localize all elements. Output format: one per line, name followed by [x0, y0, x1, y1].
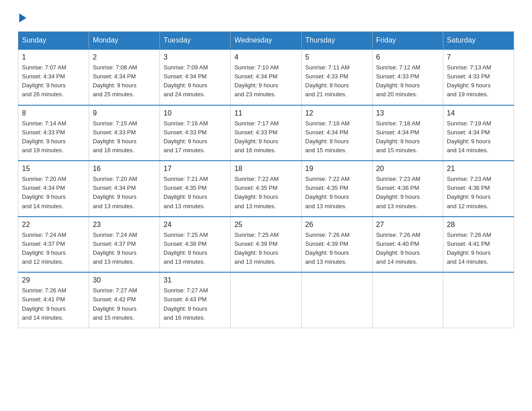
- calendar-header-monday: Monday: [89, 32, 160, 50]
- calendar-day-cell: 25 Sunrise: 7:25 AM Sunset: 4:39 PM Dayl…: [231, 217, 301, 273]
- day-number: 7: [447, 53, 510, 61]
- day-number: 12: [305, 109, 369, 117]
- day-info: Sunrise: 7:25 AM Sunset: 4:39 PM Dayligh…: [234, 231, 297, 267]
- day-info: Sunrise: 7:26 AM Sunset: 4:41 PM Dayligh…: [447, 231, 510, 267]
- page-header: [18, 13, 514, 21]
- calendar-day-cell: 3 Sunrise: 7:09 AM Sunset: 4:34 PM Dayli…: [160, 49, 231, 105]
- calendar-day-cell: 16 Sunrise: 7:20 AM Sunset: 4:34 PM Dayl…: [89, 161, 160, 217]
- calendar-day-cell: 12 Sunrise: 7:18 AM Sunset: 4:34 PM Dayl…: [301, 105, 372, 161]
- day-number: 11: [234, 109, 297, 117]
- day-info: Sunrise: 7:07 AM Sunset: 4:34 PM Dayligh…: [22, 63, 85, 99]
- day-number: 4: [234, 53, 297, 61]
- day-info: Sunrise: 7:17 AM Sunset: 4:33 PM Dayligh…: [234, 119, 297, 155]
- calendar-day-cell: 23 Sunrise: 7:24 AM Sunset: 4:37 PM Dayl…: [89, 217, 160, 273]
- day-info: Sunrise: 7:24 AM Sunset: 4:37 PM Dayligh…: [93, 231, 156, 267]
- calendar-header-row: SundayMondayTuesdayWednesdayThursdayFrid…: [18, 32, 514, 50]
- day-number: 5: [305, 53, 369, 61]
- day-number: 6: [376, 53, 439, 61]
- calendar-week-row: 22 Sunrise: 7:24 AM Sunset: 4:37 PM Dayl…: [18, 217, 514, 273]
- day-info: Sunrise: 7:26 AM Sunset: 4:41 PM Dayligh…: [22, 286, 85, 322]
- calendar-day-cell: 17 Sunrise: 7:21 AM Sunset: 4:35 PM Dayl…: [160, 161, 231, 217]
- calendar-day-cell: 8 Sunrise: 7:14 AM Sunset: 4:33 PM Dayli…: [18, 105, 89, 161]
- calendar-day-cell: 9 Sunrise: 7:15 AM Sunset: 4:33 PM Dayli…: [89, 105, 160, 161]
- calendar-header-saturday: Saturday: [443, 32, 514, 50]
- day-number: 22: [22, 221, 85, 229]
- day-number: 23: [93, 221, 156, 229]
- day-number: 31: [163, 276, 227, 284]
- day-number: 18: [234, 165, 297, 173]
- day-info: Sunrise: 7:14 AM Sunset: 4:33 PM Dayligh…: [22, 119, 85, 155]
- day-info: Sunrise: 7:16 AM Sunset: 4:33 PM Dayligh…: [163, 119, 227, 155]
- day-info: Sunrise: 7:23 AM Sunset: 4:36 PM Dayligh…: [447, 175, 510, 211]
- calendar-header-friday: Friday: [372, 32, 443, 50]
- calendar-week-row: 8 Sunrise: 7:14 AM Sunset: 4:33 PM Dayli…: [18, 105, 514, 161]
- day-info: Sunrise: 7:21 AM Sunset: 4:35 PM Dayligh…: [163, 175, 227, 211]
- calendar-day-cell: 20 Sunrise: 7:23 AM Sunset: 4:36 PM Dayl…: [372, 161, 443, 217]
- day-number: 13: [376, 109, 439, 117]
- day-info: Sunrise: 7:19 AM Sunset: 4:34 PM Dayligh…: [447, 119, 510, 155]
- calendar-day-cell: 10 Sunrise: 7:16 AM Sunset: 4:33 PM Dayl…: [160, 105, 231, 161]
- day-number: 29: [22, 276, 85, 284]
- calendar-week-row: 1 Sunrise: 7:07 AM Sunset: 4:34 PM Dayli…: [18, 49, 514, 105]
- calendar-header-thursday: Thursday: [301, 32, 372, 50]
- day-number: 27: [376, 221, 439, 229]
- logo-line1: [18, 13, 26, 22]
- day-number: 20: [376, 165, 439, 173]
- day-number: 19: [305, 165, 369, 173]
- day-number: 30: [93, 276, 156, 284]
- calendar-week-row: 29 Sunrise: 7:26 AM Sunset: 4:41 PM Dayl…: [18, 272, 514, 328]
- day-info: Sunrise: 7:26 AM Sunset: 4:40 PM Dayligh…: [376, 231, 439, 267]
- calendar-day-cell: [301, 272, 372, 328]
- calendar-day-cell: 5 Sunrise: 7:11 AM Sunset: 4:33 PM Dayli…: [301, 49, 372, 105]
- day-number: 28: [447, 221, 510, 229]
- calendar-header-tuesday: Tuesday: [160, 32, 231, 50]
- calendar-day-cell: 28 Sunrise: 7:26 AM Sunset: 4:41 PM Dayl…: [443, 217, 514, 273]
- day-info: Sunrise: 7:27 AM Sunset: 4:43 PM Dayligh…: [163, 286, 227, 322]
- day-number: 1: [22, 53, 85, 61]
- calendar-day-cell: 24 Sunrise: 7:25 AM Sunset: 4:38 PM Dayl…: [160, 217, 231, 273]
- day-info: Sunrise: 7:25 AM Sunset: 4:38 PM Dayligh…: [163, 231, 227, 267]
- calendar-day-cell: 13 Sunrise: 7:18 AM Sunset: 4:34 PM Dayl…: [372, 105, 443, 161]
- day-number: 9: [93, 109, 156, 117]
- calendar-day-cell: 30 Sunrise: 7:27 AM Sunset: 4:42 PM Dayl…: [89, 272, 160, 328]
- day-info: Sunrise: 7:22 AM Sunset: 4:35 PM Dayligh…: [305, 175, 369, 211]
- calendar-day-cell: 14 Sunrise: 7:19 AM Sunset: 4:34 PM Dayl…: [443, 105, 514, 161]
- day-info: Sunrise: 7:20 AM Sunset: 4:34 PM Dayligh…: [22, 175, 85, 211]
- calendar-day-cell: 29 Sunrise: 7:26 AM Sunset: 4:41 PM Dayl…: [18, 272, 89, 328]
- day-number: 25: [234, 221, 297, 229]
- calendar-day-cell: [443, 272, 514, 328]
- day-info: Sunrise: 7:18 AM Sunset: 4:34 PM Dayligh…: [376, 119, 439, 155]
- calendar-day-cell: 27 Sunrise: 7:26 AM Sunset: 4:40 PM Dayl…: [372, 217, 443, 273]
- day-info: Sunrise: 7:24 AM Sunset: 4:37 PM Dayligh…: [22, 231, 85, 267]
- calendar-header-wednesday: Wednesday: [231, 32, 301, 50]
- day-info: Sunrise: 7:15 AM Sunset: 4:33 PM Dayligh…: [93, 119, 156, 155]
- calendar-day-cell: 15 Sunrise: 7:20 AM Sunset: 4:34 PM Dayl…: [18, 161, 89, 217]
- day-number: 8: [22, 109, 85, 117]
- calendar-day-cell: [372, 272, 443, 328]
- day-number: 2: [93, 53, 156, 61]
- day-info: Sunrise: 7:13 AM Sunset: 4:33 PM Dayligh…: [447, 63, 510, 99]
- day-number: 21: [447, 165, 510, 173]
- day-info: Sunrise: 7:10 AM Sunset: 4:34 PM Dayligh…: [234, 63, 297, 99]
- day-number: 3: [163, 53, 227, 61]
- day-info: Sunrise: 7:23 AM Sunset: 4:36 PM Dayligh…: [376, 175, 439, 211]
- calendar-day-cell: 1 Sunrise: 7:07 AM Sunset: 4:34 PM Dayli…: [18, 49, 89, 105]
- day-number: 10: [163, 109, 227, 117]
- day-info: Sunrise: 7:12 AM Sunset: 4:33 PM Dayligh…: [376, 63, 439, 99]
- calendar-table: SundayMondayTuesdayWednesdayThursdayFrid…: [18, 31, 514, 328]
- calendar-day-cell: 2 Sunrise: 7:08 AM Sunset: 4:34 PM Dayli…: [89, 49, 160, 105]
- day-number: 24: [163, 221, 227, 229]
- calendar-day-cell: 22 Sunrise: 7:24 AM Sunset: 4:37 PM Dayl…: [18, 217, 89, 273]
- day-number: 17: [163, 165, 227, 173]
- calendar-day-cell: 21 Sunrise: 7:23 AM Sunset: 4:36 PM Dayl…: [443, 161, 514, 217]
- day-number: 15: [22, 165, 85, 173]
- day-number: 14: [447, 109, 510, 117]
- calendar-day-cell: 4 Sunrise: 7:10 AM Sunset: 4:34 PM Dayli…: [231, 49, 301, 105]
- day-info: Sunrise: 7:27 AM Sunset: 4:42 PM Dayligh…: [93, 286, 156, 322]
- calendar-header-sunday: Sunday: [18, 32, 89, 50]
- calendar-day-cell: 6 Sunrise: 7:12 AM Sunset: 4:33 PM Dayli…: [372, 49, 443, 105]
- calendar-day-cell: 18 Sunrise: 7:22 AM Sunset: 4:35 PM Dayl…: [231, 161, 301, 217]
- logo: [18, 13, 26, 21]
- calendar-day-cell: 26 Sunrise: 7:26 AM Sunset: 4:39 PM Dayl…: [301, 217, 372, 273]
- day-info: Sunrise: 7:09 AM Sunset: 4:34 PM Dayligh…: [163, 63, 227, 99]
